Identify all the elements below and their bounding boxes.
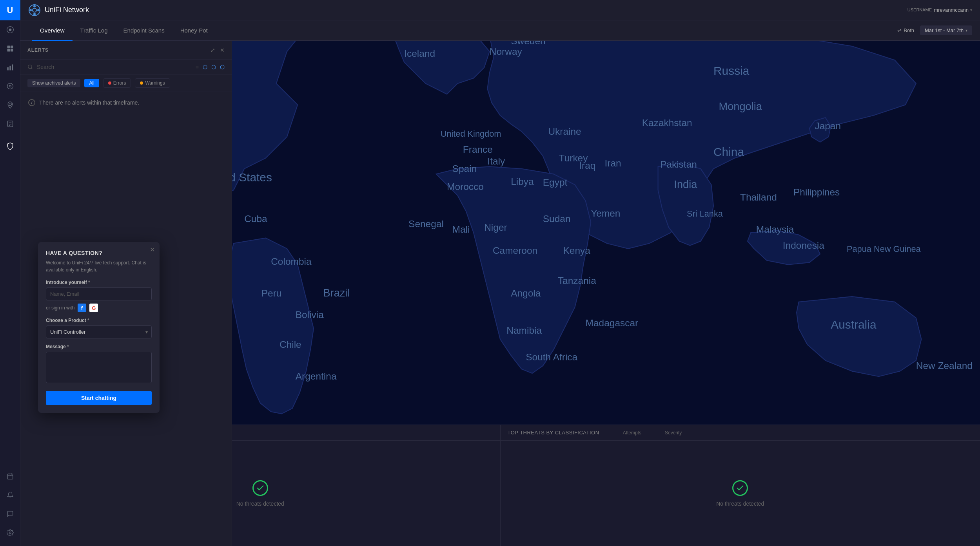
- alerts-list-icon[interactable]: ≡: [196, 64, 199, 70]
- panel-classification-col-severity: Severity: [665, 430, 682, 436]
- sidebar-item-dashboard[interactable]: [0, 39, 20, 58]
- tab-traffic-log[interactable]: Traffic Log: [73, 20, 116, 41]
- label-italy: Italy: [487, 156, 505, 166]
- filter-warnings-button[interactable]: Warnings: [135, 78, 170, 88]
- label-indonesia: Indonesia: [783, 240, 825, 251]
- tab-traffic-log-label: Traffic Log: [80, 27, 108, 34]
- label-spain: Spain: [452, 163, 477, 174]
- toggle-icon: ⇌: [897, 27, 902, 33]
- label-cuba: Cuba: [244, 213, 267, 224]
- info-icon: i: [28, 99, 35, 106]
- sidebar-item-security[interactable]: [0, 137, 20, 155]
- label-colombia: Colombia: [271, 256, 312, 267]
- no-threats-classification-icon: [732, 480, 748, 496]
- sidebar-item-stats[interactable]: [0, 58, 20, 77]
- no-threats-geo-text: No threats detected: [236, 501, 284, 507]
- choose-product-label: Choose a Product *: [46, 318, 152, 323]
- no-threats-classification-text: No threats detected: [716, 501, 764, 507]
- label-bolivia: Bolivia: [296, 309, 324, 320]
- label-pakistan: Pakistan: [660, 159, 697, 170]
- user-info[interactable]: USERNAME mrevanmccann ▾: [907, 7, 972, 13]
- alerts-filter-icon-3[interactable]: ⬡: [220, 64, 225, 70]
- alerts-search-row: ≡ ⬡ ⬡ ⬡: [20, 60, 232, 74]
- svg-rect-6: [7, 67, 8, 71]
- tab-honey-pot[interactable]: Honey Pot: [172, 20, 216, 41]
- tab-overview[interactable]: Overview: [32, 20, 73, 41]
- message-textarea[interactable]: [46, 352, 152, 383]
- svg-point-11: [9, 103, 11, 106]
- svg-rect-8: [12, 65, 13, 71]
- svg-point-10: [9, 85, 11, 87]
- svg-rect-7: [9, 66, 11, 71]
- label-egypt: Egypt: [543, 177, 568, 188]
- main-area: UniFi Network USERNAME mrevanmccann ▾ Ov…: [20, 0, 980, 546]
- svg-point-23: [33, 8, 36, 12]
- label-madagascar: Madagascar: [586, 318, 639, 328]
- sidebar-item-calendar[interactable]: [0, 467, 20, 486]
- alerts-close-icon[interactable]: ✕: [220, 47, 225, 53]
- alerts-filter-icon-2[interactable]: ⬡: [211, 64, 216, 70]
- sidebar-item-topology[interactable]: [0, 77, 20, 96]
- sidebar-logo[interactable]: U: [0, 0, 20, 20]
- label-namibia: Namibia: [506, 325, 542, 336]
- alerts-filter-icon-1[interactable]: ⬡: [203, 64, 207, 70]
- label-iceland: Iceland: [404, 48, 435, 59]
- panel-threats-by-classification-header: Top Threats By Classification Attempts S…: [501, 425, 980, 441]
- svg-line-30: [31, 68, 33, 69]
- sidebar-item-settings[interactable]: [0, 523, 20, 542]
- both-toggle[interactable]: ⇌ Both: [897, 27, 914, 33]
- sidebar-item-notifications[interactable]: [0, 486, 20, 504]
- chat-widget-title: HAVE A QUESTION?: [46, 250, 152, 256]
- label-iraq: Iraq: [579, 160, 595, 171]
- svg-point-27: [37, 9, 40, 11]
- label-argentina: Argentina: [296, 371, 337, 381]
- filter-errors-button[interactable]: Errors: [103, 78, 131, 88]
- facebook-signin-icon[interactable]: [78, 304, 86, 312]
- sidebar-item-reports[interactable]: [0, 114, 20, 133]
- label-brazil: Brazil: [323, 287, 350, 299]
- start-chatting-button[interactable]: Start chatting: [46, 391, 152, 405]
- name-email-input[interactable]: [46, 287, 152, 300]
- app-title: UniFi Network: [28, 4, 89, 16]
- date-range-picker[interactable]: Mar 1st - Mar 7th ▾: [920, 25, 972, 35]
- alerts-title: ALERTS: [27, 47, 49, 53]
- svg-rect-12: [7, 121, 13, 127]
- sidebar-item-ubiquiti[interactable]: [0, 20, 20, 39]
- sidebar-item-location[interactable]: [0, 96, 20, 114]
- label-niger: Niger: [484, 222, 507, 233]
- label-southafrica: South Africa: [526, 352, 577, 362]
- label-norway: Norway: [490, 46, 523, 57]
- tab-endpoint-scans[interactable]: Endpoint Scans: [116, 20, 172, 41]
- label-angola: Angola: [511, 288, 541, 298]
- app-name-label: UniFi Network: [45, 6, 89, 14]
- panel-classification-col-attempts: Attempts: [623, 430, 641, 436]
- svg-rect-4: [7, 49, 10, 52]
- label-yemen: Yemen: [591, 208, 620, 219]
- svg-rect-3: [10, 46, 13, 49]
- svg-rect-16: [7, 474, 13, 479]
- label-australia: Australia: [831, 318, 877, 331]
- google-signin-icon[interactable]: G: [89, 304, 98, 312]
- svg-point-29: [28, 65, 32, 69]
- ubiquiti-logo-icon: U: [7, 5, 13, 15]
- sidebar-divider: [4, 135, 16, 135]
- warning-dot: [140, 81, 143, 85]
- label-russia: Russia: [713, 64, 750, 77]
- svg-point-25: [33, 13, 36, 15]
- introduce-label-text: Introduce yourself: [46, 280, 87, 285]
- label-png: Papua New Guinea: [847, 244, 921, 254]
- label-thailand: Thailand: [740, 192, 777, 202]
- product-select[interactable]: UniFi Controller UniFi Dream Machine Uni…: [46, 325, 152, 338]
- sidebar-item-chat[interactable]: [0, 504, 20, 523]
- label-philippines: Philippines: [793, 187, 840, 197]
- product-select-row: UniFi Controller UniFi Dream Machine Uni…: [46, 325, 152, 338]
- chat-close-button[interactable]: ✕: [150, 246, 155, 253]
- alerts-search-input[interactable]: [37, 64, 192, 70]
- tab-endpoint-scans-label: Endpoint Scans: [123, 27, 165, 34]
- alerts-expand-icon[interactable]: ⤢: [211, 47, 215, 53]
- show-archived-button[interactable]: Show archived alerts: [27, 79, 80, 87]
- filter-all-button[interactable]: All: [84, 79, 99, 87]
- label-ukraine: Ukraine: [548, 126, 581, 137]
- warnings-label: Warnings: [145, 80, 165, 86]
- introduce-yourself-label: Introduce yourself *: [46, 280, 152, 285]
